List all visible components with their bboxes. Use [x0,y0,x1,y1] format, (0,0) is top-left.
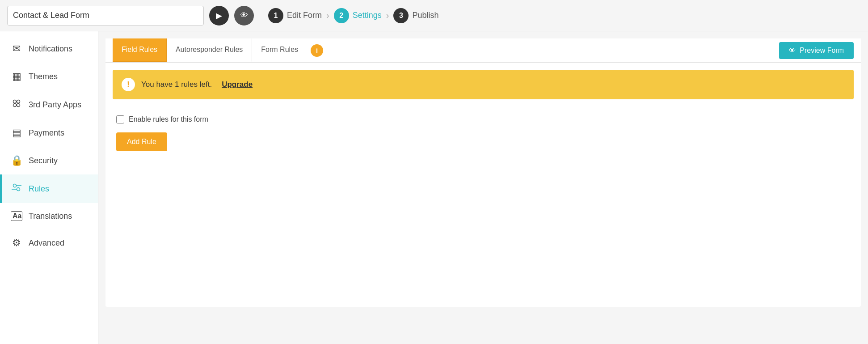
sidebar-label-themes: Themes [29,72,58,81]
sidebar-item-third-party-apps[interactable]: 3rd Party Apps [0,90,98,119]
form-title-input[interactable] [7,6,204,25]
svg-point-0 [13,100,17,103]
breadcrumb-step-2[interactable]: 2 Settings [334,8,382,23]
top-bar: ▶ 👁 1 Edit Form › 2 Settings › 3 Publish [0,0,868,31]
breadcrumb-step-1[interactable]: 1 Edit Form [268,8,322,23]
sidebar-label-security: Security [29,156,58,166]
step-label-2: Settings [353,11,382,20]
sidebar-item-payments[interactable]: ▤ Payments [0,119,98,147]
enable-rules-label[interactable]: Enable rules for this form [129,115,208,123]
upgrade-link[interactable]: Upgrade [222,80,253,89]
sidebar-item-translations[interactable]: Aa Translations [0,203,98,229]
tabs-left: Field Rules Autoresponder Rules Form Rul… [113,38,323,62]
sidebar-label-rules: Rules [29,184,49,194]
tab-autoresponder-rules[interactable]: Autoresponder Rules [167,38,252,62]
svg-point-3 [17,104,20,107]
step-label-1: Edit Form [287,11,322,20]
sidebar-label-advanced: Advanced [29,238,64,248]
sidebar-label-third-party-apps: 3rd Party Apps [29,100,81,110]
notifications-icon: ✉ [11,43,22,55]
sidebar-label-payments: Payments [29,128,64,138]
sidebar-item-notifications[interactable]: ✉ Notifications [0,35,98,63]
breadcrumb: 1 Edit Form › 2 Settings › 3 Publish [268,8,861,23]
forward-button[interactable]: ▶ [209,6,229,25]
info-icon[interactable]: i [311,44,323,57]
enable-rules-row: Enable rules for this form [116,115,850,123]
warning-text: You have 1 rules left. [141,80,212,89]
svg-point-4 [13,184,17,187]
tabs-bar: Field Rules Autoresponder Rules Form Rul… [105,38,861,63]
step-circle-1: 1 [268,8,283,23]
eye-icon: 👁 [240,11,248,20]
add-rule-button[interactable]: Add Rule [116,132,167,151]
breadcrumb-arrow-2: › [386,10,389,21]
sidebar-item-advanced[interactable]: ⚙ Advanced [0,229,98,257]
enable-rules-checkbox[interactable] [116,115,124,123]
svg-point-5 [17,188,20,191]
security-icon: 🔒 [11,155,22,166]
translations-icon: Aa [11,211,22,221]
rules-icon [11,183,22,195]
content-area: Field Rules Autoresponder Rules Form Rul… [98,31,868,344]
preview-eye-icon: 👁 [789,47,796,55]
sidebar-label-translations: Translations [29,212,72,221]
main-layout: ✉ Notifications ▦ Themes 3rd Party Apps … [0,31,868,344]
warning-banner: ! You have 1 rules left. Upgrade [113,70,854,99]
sidebar-item-themes[interactable]: ▦ Themes [0,63,98,90]
advanced-icon: ⚙ [11,237,22,249]
eye-button[interactable]: 👁 [234,6,254,25]
tab-form-rules[interactable]: Form Rules [252,38,307,62]
svg-point-1 [17,100,20,103]
content-panel: Field Rules Autoresponder Rules Form Rul… [105,38,861,307]
svg-point-2 [13,104,17,107]
tab-field-rules[interactable]: Field Rules [113,38,167,62]
step-label-3: Publish [412,11,438,20]
preview-form-button[interactable]: 👁 Preview Form [779,42,854,59]
sidebar-item-security[interactable]: 🔒 Security [0,147,98,174]
warning-icon: ! [122,78,135,91]
forward-icon: ▶ [216,11,222,21]
sidebar: ✉ Notifications ▦ Themes 3rd Party Apps … [0,31,98,344]
sidebar-label-notifications: Notifications [29,44,72,54]
step-circle-2: 2 [334,8,349,23]
preview-form-label: Preview Form [800,47,844,55]
third-party-apps-icon [11,98,22,111]
form-body: Enable rules for this form Add Rule [105,106,861,160]
payments-icon: ▤ [11,127,22,139]
breadcrumb-step-3[interactable]: 3 Publish [393,8,438,23]
breadcrumb-arrow-1: › [326,10,329,21]
step-circle-3: 3 [393,8,409,23]
themes-icon: ▦ [11,71,22,82]
sidebar-item-rules[interactable]: Rules [0,174,98,203]
